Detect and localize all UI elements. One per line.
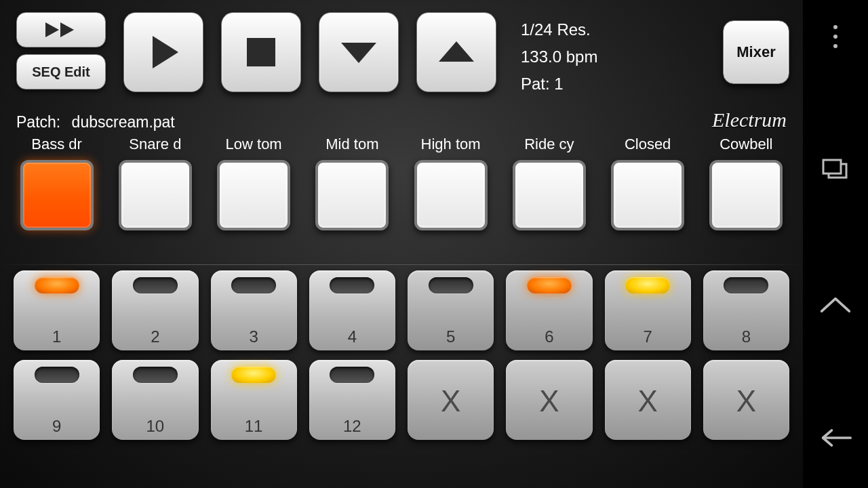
step-led	[429, 277, 473, 293]
patch-label: Patch:	[16, 113, 60, 131]
instrument-pad-high-tom[interactable]	[414, 160, 488, 230]
instrument-label: Low tom	[226, 136, 282, 153]
home-icon[interactable]	[819, 288, 852, 321]
x-mark: X	[637, 384, 657, 418]
svg-marker-5	[439, 41, 474, 62]
instrument-pad-mid-tom[interactable]	[315, 160, 389, 230]
svg-point-6	[833, 25, 837, 29]
svg-rect-10	[823, 160, 841, 174]
step-number: 6	[545, 327, 553, 346]
step-pad-2[interactable]: 2	[112, 270, 198, 350]
step-number: 2	[151, 327, 159, 346]
up-button[interactable]	[416, 12, 496, 92]
resolution-text: 1/24 Res.	[521, 16, 723, 43]
brand-logo: Electrum	[712, 108, 787, 131]
overflow-menu-icon[interactable]	[819, 20, 852, 53]
step-pad-10[interactable]: 10	[112, 360, 198, 440]
svg-marker-0	[45, 22, 59, 37]
down-button[interactable]	[319, 12, 399, 92]
step-pad-disabled[interactable]: X	[408, 360, 494, 440]
svg-rect-3	[247, 38, 275, 66]
step-pad-11[interactable]: 11	[211, 360, 297, 440]
bpm-text: 133.0 bpm	[521, 43, 723, 70]
step-number: 10	[146, 417, 165, 436]
step-number: 1	[52, 327, 61, 346]
instrument-label: Bass dr	[31, 136, 82, 153]
step-pad-disabled[interactable]: X	[506, 360, 592, 440]
mixer-button[interactable]: Mixer	[723, 20, 789, 84]
step-pad-5[interactable]: 5	[408, 270, 494, 350]
status-block: 1/24 Res. 133.0 bpm Pat: 1	[521, 16, 723, 98]
step-led	[330, 367, 374, 383]
instrument-pad-snare-d[interactable]	[119, 160, 192, 230]
instrument-pad-cowbell[interactable]	[709, 160, 783, 230]
step-pad-9[interactable]: 9	[14, 360, 100, 440]
svg-point-7	[833, 35, 837, 39]
divider	[0, 264, 803, 265]
patch-label-row: Patch: dubscream.pat	[16, 113, 182, 131]
step-number: 9	[52, 417, 61, 436]
step-pad-8[interactable]: 8	[703, 270, 789, 350]
step-led	[35, 367, 79, 383]
instrument-7: Cowbell	[703, 136, 789, 251]
step-led	[35, 277, 79, 293]
step-pad-1[interactable]: 1	[14, 270, 100, 350]
step-pad-6[interactable]: 6	[506, 270, 592, 350]
recent-apps-icon[interactable]	[819, 154, 852, 186]
instrument-pad-low-tom[interactable]	[217, 160, 290, 230]
stop-icon	[243, 34, 279, 70]
step-led	[724, 277, 768, 293]
x-mark: X	[441, 384, 460, 418]
instrument-label: Closed	[625, 136, 671, 153]
instrument-row: Bass drSnare dLow tomMid tomHigh tomRide…	[0, 136, 803, 251]
instrument-label: Cowbell	[719, 136, 772, 153]
x-mark: X	[539, 384, 559, 418]
step-number: 3	[249, 327, 258, 346]
instrument-6: Closed	[605, 136, 691, 251]
instrument-pad-closed[interactable]	[611, 160, 684, 230]
pattern-text: Pat: 1	[521, 70, 723, 98]
ffwd-button[interactable]	[16, 12, 106, 47]
play-icon	[142, 30, 185, 74]
step-led	[527, 277, 572, 293]
svg-marker-4	[341, 43, 376, 63]
step-pad-disabled[interactable]: X	[605, 360, 691, 440]
step-pad-4[interactable]: 4	[309, 270, 395, 350]
play-button[interactable]	[123, 12, 203, 92]
step-pad-7[interactable]: 7	[605, 270, 691, 350]
patch-name: dubscream.pat	[72, 113, 175, 131]
step-led	[133, 367, 178, 383]
back-icon[interactable]	[819, 422, 852, 454]
instrument-pad-bass-dr[interactable]	[20, 160, 94, 230]
svg-point-8	[833, 44, 837, 48]
step-led	[231, 277, 276, 293]
android-nav-bar	[803, 0, 868, 488]
step-number: 5	[446, 327, 455, 346]
stop-button[interactable]	[221, 12, 301, 92]
transport-bar: SEQ Edit 1/24 Res. 133.0 bpm Pat: 1	[0, 0, 803, 108]
step-pad-3[interactable]: 3	[211, 270, 297, 350]
instrument-2: Low tom	[211, 136, 297, 251]
svg-marker-2	[153, 36, 178, 68]
svg-marker-1	[60, 22, 74, 37]
chevron-down-icon	[338, 39, 379, 66]
step-number: 12	[343, 417, 361, 436]
instrument-pad-ride-cy[interactable]	[513, 160, 586, 230]
step-led	[133, 277, 178, 293]
step-number: 8	[742, 327, 751, 346]
instrument-3: Mid tom	[309, 136, 395, 251]
step-led	[330, 277, 374, 293]
step-pad-disabled[interactable]: X	[703, 360, 789, 440]
instrument-4: High tom	[408, 136, 494, 251]
step-number: 4	[348, 327, 357, 346]
seq-edit-button[interactable]: SEQ Edit	[16, 54, 106, 89]
instrument-1: Snare d	[112, 136, 198, 251]
instrument-label: High tom	[421, 136, 481, 153]
instrument-5: Ride cy	[506, 136, 592, 251]
instrument-label: Ride cy	[524, 136, 574, 153]
instrument-0: Bass dr	[14, 136, 100, 251]
step-grid: 12345678 9101112XXXX	[0, 270, 803, 455]
step-led	[231, 367, 276, 383]
step-pad-12[interactable]: 12	[309, 360, 395, 440]
x-mark: X	[736, 384, 756, 418]
